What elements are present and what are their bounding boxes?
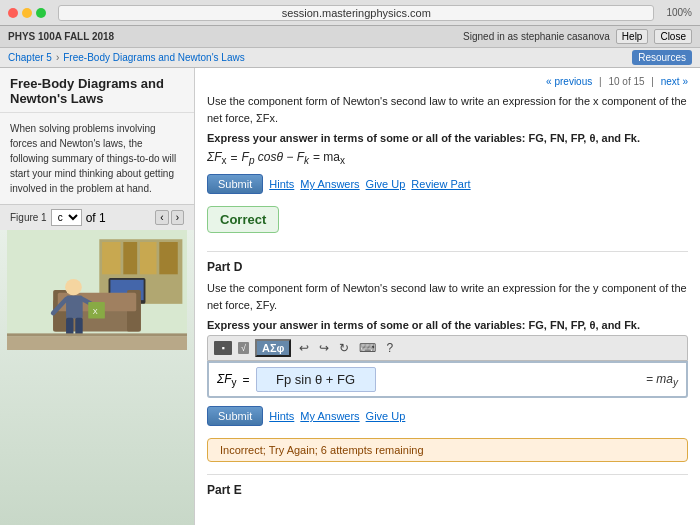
page-nav-separator2: | — [651, 76, 654, 87]
resources-button[interactable]: Resources — [632, 50, 692, 65]
sigma-toolbar-button[interactable]: AΣφ — [255, 339, 291, 357]
part-d-result: = may — [646, 372, 678, 388]
math-input-toolbar: ▪ √ AΣφ ↩ ↪ ↻ ⌨ ? — [207, 335, 688, 361]
part-d-submit-button[interactable]: Submit — [207, 406, 263, 426]
nav-resources: Resources — [632, 50, 692, 65]
part-d-express-label: Express your answer in terms of some or … — [207, 319, 688, 331]
part-c-review-button[interactable]: Review Part — [411, 178, 470, 190]
browser-window-controls — [8, 8, 46, 18]
figure-next-button[interactable]: › — [171, 210, 184, 225]
nav-bar: Chapter 5 › Free-Body Diagrams and Newto… — [0, 48, 700, 68]
part-d-sigma-label: ΣFy — [217, 372, 237, 388]
part-d-instruction: Use the component form of Newton's secon… — [207, 280, 688, 313]
part-c-formula-body: Fp cosθ − Fk — [242, 150, 309, 166]
main-content: Free-Body Diagrams and Newton's Laws Whe… — [0, 68, 700, 525]
part-e-label: Part E — [207, 483, 688, 497]
answer-formula-input[interactable]: Fp sin θ + FG — [256, 367, 376, 392]
nav-chevron: › — [56, 52, 59, 63]
redo-button[interactable]: ↪ — [317, 340, 331, 356]
svg-text:X: X — [93, 307, 98, 316]
page-current: 10 of 15 — [608, 76, 644, 87]
part-c-submit-button[interactable]: Submit — [207, 174, 263, 194]
answer-input-area[interactable]: ΣFy = Fp sin θ + FG = may — [207, 361, 688, 398]
url-bar[interactable]: session.masteringphysics.com — [58, 5, 654, 21]
next-link[interactable]: next » — [661, 76, 688, 87]
part-c-buttons: Submit Hints My Answers Give Up Review P… — [207, 174, 688, 194]
part-d-hints-button[interactable]: Hints — [269, 410, 294, 422]
svg-rect-5 — [159, 242, 177, 274]
chapter-link[interactable]: Chapter 5 — [8, 52, 52, 63]
part-d-buttons: Submit Hints My Answers Give Up — [207, 406, 688, 426]
right-content: « previous | 10 of 15 | next » Use the c… — [195, 68, 700, 525]
undo-button[interactable]: ↩ — [297, 340, 311, 356]
figure-page-select[interactable]: c — [51, 209, 82, 226]
browser-chrome: session.masteringphysics.com 100% — [0, 0, 700, 26]
part-c-hints-button[interactable]: Hints — [269, 178, 294, 190]
svg-rect-4 — [140, 242, 157, 274]
svg-rect-23 — [7, 333, 187, 336]
refresh-button[interactable]: ↻ — [337, 340, 351, 356]
course-title: PHYS 100A FALL 2018 — [8, 31, 114, 42]
svg-rect-22 — [7, 336, 187, 350]
part-e-divider — [207, 474, 688, 475]
part-c-give-up-button[interactable]: Give Up — [366, 178, 406, 190]
section-link[interactable]: Free-Body Diagrams and Newton's Laws — [63, 52, 244, 63]
page-navigation: « previous | 10 of 15 | next » — [207, 76, 688, 87]
svg-rect-2 — [102, 242, 120, 274]
svg-rect-15 — [66, 296, 83, 319]
part-c-formula: ΣFx = Fp cosθ − Fk = max — [207, 150, 688, 166]
figure-image: X — [0, 230, 194, 525]
part-d-give-up-button[interactable]: Give Up — [366, 410, 406, 422]
figure-of-label: of 1 — [86, 211, 106, 225]
part-c-formula-equals: = — [231, 151, 238, 165]
section-divider — [207, 251, 688, 252]
top-bar-right: Signed in as stephanie casanova Help Clo… — [463, 29, 692, 44]
figure-label: Figure 1 — [10, 212, 47, 223]
correct-badge: Correct — [207, 206, 279, 233]
close-window-button[interactable] — [8, 8, 18, 18]
top-bar: PHYS 100A FALL 2018 Signed in as stephan… — [0, 26, 700, 48]
minimize-window-button[interactable] — [22, 8, 32, 18]
signed-in-label: Signed in as stephanie casanova — [463, 31, 610, 42]
help-button[interactable]: Help — [616, 29, 649, 44]
page-nav-separator: | — [599, 76, 602, 87]
part-c-formula-sigma: ΣFx — [207, 150, 227, 166]
prev-link[interactable]: « previous — [546, 76, 592, 87]
part-c-express-label: Express your answer in terms of some or … — [207, 132, 688, 144]
part-d-equals: = — [243, 373, 250, 387]
figure-controls: Figure 1 c of 1 ‹ › — [0, 204, 194, 230]
sidebar: Free-Body Diagrams and Newton's Laws Whe… — [0, 68, 195, 525]
maximize-window-button[interactable] — [36, 8, 46, 18]
figure-prev-button[interactable]: ‹ — [155, 210, 168, 225]
keyboard-button[interactable]: ⌨ — [357, 340, 378, 356]
part-c-formula-result: = max — [313, 150, 345, 166]
sidebar-description: When solving problems involving forces a… — [0, 113, 194, 204]
part-d-label: Part D — [207, 260, 688, 274]
svg-point-14 — [65, 279, 82, 296]
browser-status: 100% — [666, 7, 692, 18]
sidebar-title: Free-Body Diagrams and Newton's Laws — [0, 68, 194, 113]
figure-navigation: ‹ › — [155, 210, 184, 225]
part-c-my-answers-button[interactable]: My Answers — [300, 178, 359, 190]
part-d-my-answers-button[interactable]: My Answers — [300, 410, 359, 422]
math-icon-box: ▪ — [214, 341, 232, 355]
incorrect-badge: Incorrect; Try Again; 6 attempts remaini… — [207, 438, 688, 462]
close-button[interactable]: Close — [654, 29, 692, 44]
part-c-instruction: Use the component form of Newton's secon… — [207, 93, 688, 126]
figure-illustration: X — [0, 230, 194, 350]
svg-rect-3 — [123, 242, 137, 274]
sqrt-symbol: √ — [238, 342, 249, 354]
help-math-button[interactable]: ? — [384, 340, 395, 356]
